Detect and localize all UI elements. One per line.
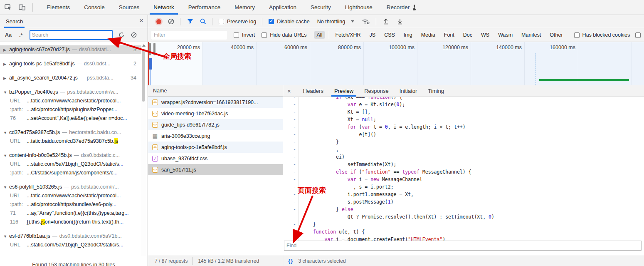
export-har-icon[interactable]	[397, 18, 403, 25]
invert-checkbox[interactable]	[234, 32, 239, 38]
fold-marker[interactable]: -	[283, 198, 299, 206]
network-conditions-icon[interactable]	[362, 18, 370, 25]
chevron-expanded-icon[interactable]: ▼	[3, 183, 9, 191]
filter-type-font[interactable]: Font	[441, 31, 457, 39]
preserve-log-checkbox[interactable]	[219, 19, 224, 24]
filter-type-doc[interactable]: Doc	[460, 31, 475, 39]
fold-marker[interactable]: -	[283, 191, 299, 198]
has-blocked-cookies-checkbox[interactable]	[574, 32, 580, 38]
search-result-file[interactable]: ▼bzPopper_7bc4f0e.js—pss.bdstatic.com/r/…	[0, 88, 141, 97]
hide-data-urls-checkbox[interactable]	[262, 32, 267, 38]
clear-network-log-icon[interactable]	[168, 18, 174, 25]
fold-marker[interactable]: -	[283, 236, 299, 241]
chevron-expanded-icon[interactable]: ▼	[3, 88, 9, 97]
chevron-collapsed-icon[interactable]: ▶	[3, 60, 9, 68]
fold-marker[interactable]: -	[283, 131, 299, 138]
chevron-expanded-icon[interactable]: ▼	[3, 232, 9, 241]
tab-security[interactable]: Security	[303, 0, 338, 15]
filter-type-other[interactable]: Other	[547, 31, 565, 39]
fold-marker[interactable]: -	[283, 123, 299, 131]
tab-lighthouse[interactable]: Lighthouse	[338, 0, 380, 15]
search-match-line[interactable]: URL...tatic.com/r/www/cache/static/proto…	[0, 97, 141, 105]
overview-drag-handle[interactable]	[149, 43, 151, 55]
filter-type-fetch-xhr[interactable]: Fetch/XHR	[332, 31, 363, 39]
fold-marker[interactable]: -	[283, 213, 299, 221]
search-result-file[interactable]: ▶aging-tools-c67ce70d27.js—dss0.bdstati.…	[0, 45, 141, 54]
search-match-line[interactable]: URL...tatic.baidu.com/cd37ed75a9387c5b.j…	[0, 137, 141, 146]
tab-elements[interactable]: Elements	[39, 0, 77, 15]
search-result-file[interactable]: ▶all_async_search_0200472.js—pss.bdsta..…	[0, 74, 141, 82]
toggle-device-toolbar-icon[interactable]	[16, 2, 28, 13]
fold-marker[interactable]: -	[283, 206, 299, 213]
preview-code-view[interactable]: - if (Xt === function() {- var e = Kt.sl…	[283, 97, 644, 241]
search-network-icon[interactable]	[200, 18, 206, 25]
request-row[interactable]: ∕ubase_9376fdcf.css	[148, 153, 283, 164]
tab-performance[interactable]: Performance	[181, 0, 227, 15]
search-match-line[interactable]: 71...ay,"Array",function(t,e){c(this,{ty…	[0, 209, 141, 218]
filter-input[interactable]	[151, 31, 227, 40]
search-result-file[interactable]: ▼content-info-b0c0e5245b.js—dss0.bdstati…	[0, 151, 141, 160]
search-input[interactable]	[30, 30, 113, 40]
search-result-file[interactable]: ▼esl-d776bfb1aa.js—dss0.bdstatic.com/5aV…	[0, 232, 141, 241]
chevron-collapsed-icon[interactable]: ▶	[3, 74, 9, 82]
search-match-line[interactable]: URL...tatic.com/r/www/cache/static/proto…	[0, 191, 141, 200]
chevron-collapsed-icon[interactable]: ▶	[3, 46, 9, 54]
match-case-toggle[interactable]: Aa	[5, 32, 12, 38]
filter-type-manifest[interactable]: Manifest	[518, 31, 544, 39]
fold-marker[interactable]: -	[283, 221, 299, 228]
chevron-expanded-icon[interactable]: ▼	[3, 129, 9, 137]
request-row[interactable]: <>guide_tips-d9e617f782.js	[148, 119, 283, 130]
regex-toggle[interactable]: .*	[19, 32, 23, 38]
filter-icon[interactable]	[187, 19, 193, 24]
fold-marker[interactable]: -	[283, 108, 299, 116]
fold-marker[interactable]: -	[283, 97, 299, 101]
tab-recorder[interactable]: Recorder	[380, 0, 424, 15]
scrollbar-thumb[interactable]	[142, 49, 145, 102]
tab-network[interactable]: Network	[146, 0, 181, 15]
search-result-file[interactable]: ▼es6-polyfill_5103265.js—pss.bdstatic.co…	[0, 183, 141, 191]
search-result-file[interactable]: ▶aging-tools-pc-1e5afe8bdf.js—dss0.bdst.…	[0, 60, 141, 68]
request-row[interactable]: <>video-meeting-1be7f62dac.js	[148, 108, 283, 119]
chevron-expanded-icon[interactable]: ▼	[3, 152, 9, 160]
detail-tab-timing[interactable]: Timing	[422, 85, 449, 97]
clear-search-icon[interactable]	[131, 32, 137, 38]
close-icon[interactable]: ×	[287, 87, 291, 94]
tab-application[interactable]: Application	[262, 0, 303, 15]
blocked-requests-checkbox[interactable]	[635, 32, 641, 38]
search-match-line[interactable]: :path:...Cf/static/superman/js/component…	[0, 169, 141, 177]
filter-type-media[interactable]: Media	[418, 31, 438, 39]
fold-marker[interactable]: -	[283, 161, 299, 168]
fold-marker[interactable]: -	[283, 168, 299, 176]
find-input[interactable]	[284, 241, 642, 251]
search-match-line[interactable]: :path:...atic/protocol/https/plugins/bzP…	[0, 105, 141, 114]
request-row[interactable]: <>aging-tools-pc-1e5afe8bdf.js	[148, 142, 283, 153]
request-row[interactable]: <>san_5017f11.js	[148, 164, 283, 175]
filter-type-img[interactable]: Img	[401, 31, 415, 39]
overview-drag-handle[interactable]	[153, 43, 155, 55]
fold-marker[interactable]: -	[283, 153, 299, 161]
filter-type-css[interactable]: CSS	[381, 31, 398, 39]
tab-console[interactable]: Console	[77, 0, 112, 15]
request-row[interactable]: <>wrapper.js?cdnversion=1661923817190...	[148, 97, 283, 108]
record-network-log-button[interactable]	[156, 19, 161, 24]
import-har-icon[interactable]	[383, 18, 389, 25]
search-match-line[interactable]: 76...setAccount",Ka]),e&&e();else{var n=…	[0, 114, 141, 123]
detail-tab-initiator[interactable]: Initiator	[394, 85, 423, 97]
fold-marker[interactable]: -	[283, 101, 299, 108]
tab-memory[interactable]: Memory	[227, 0, 262, 15]
search-match-line[interactable]: 116}),this.json=function(){return this.t…	[0, 218, 141, 226]
filter-type-wasm[interactable]: Wasm	[495, 31, 516, 39]
detail-tab-preview[interactable]: Preview	[329, 85, 359, 97]
close-icon[interactable]: ×	[139, 17, 143, 25]
fold-marker[interactable]: -	[283, 176, 299, 183]
tab-search[interactable]: Search	[6, 15, 23, 28]
fold-marker[interactable]: -	[283, 146, 299, 153]
refresh-icon[interactable]	[118, 32, 124, 38]
inspect-element-icon[interactable]	[2, 2, 14, 13]
detail-tab-response[interactable]: Response	[359, 85, 394, 97]
pretty-print-icon[interactable]: {}	[288, 258, 294, 264]
disable-cache-checkbox[interactable]	[269, 19, 274, 24]
fold-marker[interactable]: -	[283, 228, 299, 236]
search-match-line[interactable]: :path:...atic/protocol/https/bundles/es6…	[0, 200, 141, 209]
search-match-line[interactable]: URL...static.com/5aV1bjqh_Q23odCf/static…	[0, 160, 141, 169]
